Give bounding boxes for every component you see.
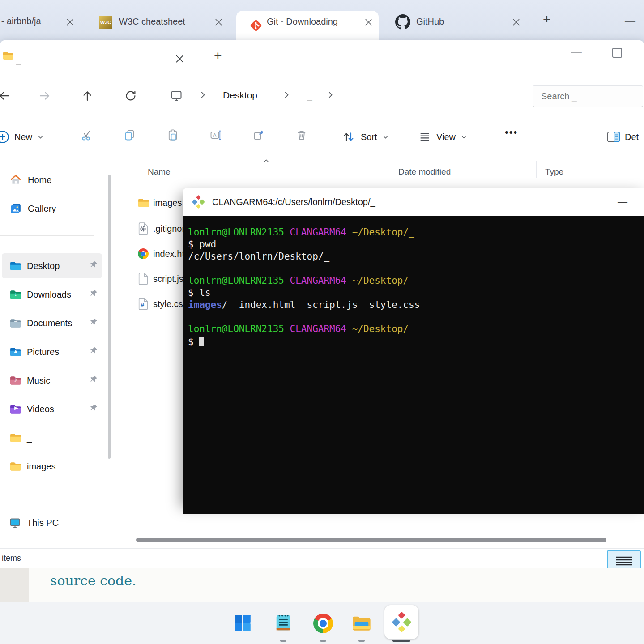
chrome-icon [313, 614, 333, 633]
taskbar-explorer-button[interactable] [351, 613, 372, 634]
msys2-icon [192, 195, 205, 209]
file-name: images [153, 198, 182, 208]
breadcrumb-current[interactable]: _ [307, 90, 312, 101]
sidebar-item-videos[interactable]: ▶ Videos [10, 403, 54, 415]
paste-icon[interactable] [166, 129, 179, 141]
gallery-icon [10, 203, 21, 214]
search-box[interactable] [533, 85, 643, 107]
source-code-link[interactable]: source code. [50, 573, 136, 589]
nav-forward-icon[interactable] [38, 89, 51, 102]
terminal-line: $ [188, 335, 644, 347]
toolbar-divider [0, 158, 644, 158]
file-explorer-icon [351, 613, 372, 634]
start-button[interactable] [232, 613, 253, 633]
tab-divider [86, 13, 86, 29]
active-indicator [392, 640, 410, 642]
breadcrumb-chevron-icon[interactable] [285, 91, 289, 98]
browser-tab-git-active[interactable]: Git - Downloading [236, 11, 379, 40]
tab-close-icon[interactable] [363, 17, 373, 27]
browser-tab-strip: b - airbnb/ja W3C W3C cheatsheet Git - D… [0, 0, 644, 40]
prompt-env: CLANGARM64 [290, 227, 352, 238]
share-icon[interactable] [252, 129, 265, 141]
sort-label: Sort [361, 132, 377, 142]
tab-close-icon[interactable] [511, 17, 521, 27]
folder-desktop-icon [10, 261, 21, 271]
notepad-icon [273, 612, 294, 634]
breadcrumb-chevron-icon[interactable] [328, 91, 333, 98]
taskbar-notepad-button[interactable] [273, 612, 294, 634]
nav-back-icon[interactable] [0, 89, 11, 102]
details-panel-icon [607, 131, 620, 143]
browser-page-content: source code. [0, 568, 644, 602]
column-separator[interactable] [536, 161, 537, 178]
browser-tab-w3c[interactable]: W3C cheatsheet [119, 17, 185, 27]
cut-icon[interactable] [81, 129, 93, 141]
column-header-name[interactable]: Name [148, 167, 171, 177]
new-button[interactable]: New [0, 128, 43, 146]
tab-close-icon[interactable] [65, 17, 75, 27]
sidebar-item-underscore[interactable]: _ [10, 431, 32, 444]
horizontal-scrollbar[interactable] [136, 538, 606, 542]
sidebar-item-pictures[interactable]: ▲ Pictures [10, 345, 59, 358]
terminal-title-bar[interactable]: CLANGARM64:/c/Users/lonlrn/Desktop/_ — [183, 188, 644, 216]
terminal-minimize-icon[interactable]: — [618, 196, 627, 208]
column-header-type[interactable]: Type [545, 167, 563, 177]
terminal-body[interactable]: lonlrn@LONLRN2135 CLANGARM64 ~/Desktop/_… [183, 216, 644, 514]
explorer-minimize-icon[interactable]: — [571, 46, 582, 58]
sidebar-item-documents[interactable]: ≡ Documents [10, 317, 72, 329]
sidebar-label: Videos [27, 404, 54, 414]
taskbar-chrome-button[interactable] [313, 614, 333, 633]
sidebar-label: Desktop [27, 261, 60, 271]
sort-button[interactable]: Sort [342, 128, 388, 146]
search-input[interactable] [533, 86, 644, 107]
details-pane-button[interactable]: Det [607, 128, 639, 146]
breadcrumb-chevron-icon[interactable] [201, 91, 205, 98]
file-row-gitignore[interactable]: .gitignore [138, 218, 190, 240]
view-button[interactable]: View [418, 128, 467, 146]
rename-icon[interactable]: A [209, 129, 222, 141]
explorer-maximize-icon[interactable] [612, 48, 622, 58]
column-header-date-modified[interactable]: Date modified [398, 167, 451, 177]
taskbar-msys2-button[interactable] [384, 605, 418, 639]
sidebar-item-gallery[interactable]: Gallery [10, 202, 56, 215]
new-tab-icon[interactable]: + [543, 12, 551, 27]
browser-minimize-icon[interactable]: — [625, 14, 635, 27]
file-icon [138, 273, 149, 285]
sidebar-item-images[interactable]: images [10, 460, 55, 473]
sidebar-label: _ [27, 433, 32, 443]
explorer-tab-close-icon[interactable] [176, 55, 183, 63]
more-options-icon[interactable]: ••• [505, 127, 518, 138]
browser-tab-airbnb[interactable]: b - airbnb/ja [0, 16, 41, 26]
terminal-line: /c/Users/lonlrn/Desktop/_ [188, 251, 644, 263]
prompt-path: ~/Desktop/_ [352, 324, 414, 334]
tab-close-icon[interactable] [213, 17, 223, 27]
sidebar-item-downloads[interactable]: ↓ Downloads [10, 288, 71, 301]
sidebar-label: Home [28, 175, 51, 185]
gear-icon [140, 226, 146, 232]
column-separator[interactable] [384, 161, 384, 178]
prompt-user: lonlrn@LONLRN2135 [188, 227, 290, 238]
plus-circle-icon [0, 130, 10, 144]
tab-label: b - airbnb/ja [0, 16, 41, 26]
terminal-line: $ ls [188, 287, 644, 299]
browser-tab-github[interactable]: GitHub [416, 17, 444, 27]
sidebar-scrollbar[interactable] [108, 175, 111, 459]
copy-icon[interactable] [124, 129, 136, 141]
nav-up-icon[interactable] [81, 89, 94, 102]
breadcrumb-this-pc-icon[interactable] [170, 90, 183, 102]
sidebar-item-this-pc[interactable]: This PC [9, 516, 59, 529]
nav-refresh-icon[interactable] [124, 89, 137, 102]
breadcrumb-desktop[interactable]: Desktop [223, 90, 257, 101]
page-margin-block [0, 568, 29, 602]
file-row-images[interactable]: images [138, 192, 182, 214]
sidebar-item-music[interactable]: ♪ Music [10, 374, 50, 387]
file-row-script-js[interactable]: script.js [138, 268, 183, 290]
file-row-style-css[interactable]: # style.css [138, 293, 188, 315]
pin-icon [90, 346, 98, 355]
sidebar-item-desktop[interactable]: Desktop [10, 260, 60, 272]
delete-icon[interactable] [295, 129, 308, 141]
explorer-new-tab-icon[interactable]: + [214, 48, 222, 64]
view-label: View [436, 132, 456, 142]
explorer-tab[interactable]: _ [16, 55, 21, 65]
sidebar-item-home[interactable]: Home [10, 174, 51, 186]
